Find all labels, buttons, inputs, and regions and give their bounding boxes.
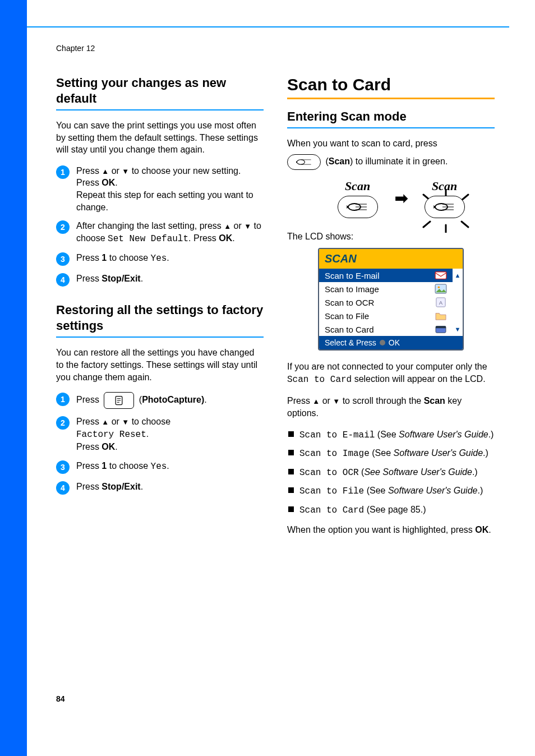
list-item: Scan to E-mail (See Software User's Guid… [287,428,495,442]
t: selection will appear on the LCD. [352,374,485,384]
step-badge-4: 4 [56,273,70,287]
t: ) to illuminate it in green. [350,156,448,166]
t: Press [76,442,102,451]
t: Software User's Guide [388,486,478,495]
step-text: After changing the last setting, press o… [76,220,264,245]
restore-step-2: 2 Press or to choose Factory Reset. Pres… [56,416,264,453]
side-accent-bar [0,0,27,756]
down-triangle-icon [244,221,251,231]
svg-line-8 [462,195,468,200]
down-triangle-icon [333,396,340,405]
lcd-item: Scan to Card [319,322,453,336]
list-item: Scan to OCR (See Software User's Guide.) [287,466,495,480]
t: Press [76,482,102,491]
svg-line-10 [462,222,468,227]
restore-step-4: 4 Press Stop/Exit. [56,481,264,495]
scan-before: Scan [338,179,378,218]
heading-rule-orange [287,98,495,99]
lcd-item: Scan to File [319,309,453,322]
t: . [115,442,117,451]
step-text: Press or to choose Factory Reset. Press … [76,416,264,453]
heading-scan-to-card: Scan to Card [287,75,495,94]
step-text: Press Stop/Exit. [76,481,264,493]
t: or [320,396,333,405]
t: Press [76,178,102,187]
list-item: Scan to Card (See page 85.) [287,504,495,517]
step-badge-3: 3 [56,252,70,266]
step-badge-3: 3 [56,460,70,474]
up-triangle-icon [224,221,231,231]
lcd-title: SCAN [319,249,463,269]
t: ( [359,467,365,477]
scan-icon [347,201,369,213]
top-rule [27,26,509,27]
t: OK [102,178,115,187]
code-text: Set New Default [108,234,188,244]
step-text: Press or to choose your new setting. Pre… [76,165,264,213]
ok-dot-icon [380,340,385,345]
t: .) [483,448,488,458]
heading-rule [56,109,264,110]
step-3: 3 Press 1 to choose Yes. [56,252,264,266]
step-2: 2 After changing the last setting, press… [56,220,264,245]
lcd-screen: SCAN Scan to E-mail Scan to Image [318,248,464,351]
left-column: Setting your changes as new default You … [56,75,264,545]
t: to scroll through the [340,396,423,405]
t: . [232,233,234,243]
step-text: Press 1 to choose Yes. [76,460,264,473]
t: Repeat this step for each setting you wa… [76,190,253,212]
list-item: Scan to Image (See Software User's Guide… [287,447,495,460]
svg-point-14 [438,287,440,289]
svg-rect-18 [436,326,446,329]
t: ( [323,156,329,166]
code-text: Scan to OCR [299,468,359,478]
svg-rect-12 [435,272,446,279]
code-text: Scan to File [299,486,364,496]
heading-rule [56,336,264,338]
paragraph: When you want to scan to card, press [287,137,495,150]
t: . [141,482,143,491]
t: (See [370,448,394,458]
t: Scan [329,156,350,166]
t: When the option you want is highlighted,… [287,525,475,534]
up-triangle-icon [312,396,320,405]
t: Press [287,396,312,405]
step-badge-1: 1 [56,165,70,179]
lcd-item: Scan to OCR A [319,296,453,309]
t: (See [375,430,399,439]
t: to choose [107,253,150,262]
up-triangle-icon [102,417,109,426]
scan-label-text: Scan [338,179,378,193]
restore-step-3: 3 Press 1 to choose Yes. [56,460,264,474]
t: .) [477,486,483,495]
t: 1 [102,461,107,471]
t: Press [76,253,102,262]
scan-after: Scan [425,179,465,218]
page: Chapter 12 Setting your changes as new d… [0,0,535,756]
list-item: Scan to File (See Software User's Guide.… [287,485,495,498]
paragraph: (Scan) to illuminate it in green. [287,154,495,170]
t: After changing the last setting, press [76,221,224,231]
step-badge-2: 2 [56,220,70,234]
t: 1 [102,253,107,262]
t: ( [136,395,142,404]
t: . [167,253,169,262]
t: . Press [188,233,219,243]
t: to choose your new setting. [129,166,241,176]
t: . [141,274,143,283]
t: . [167,461,169,471]
folder-icon [435,311,447,321]
step-badge-1: 1 [56,393,70,406]
t: (See page 85.) [364,505,426,514]
scan-oval-button [338,196,378,218]
code-text: Scan to Card [287,375,352,385]
scan-icon [433,201,456,213]
t: Scan [424,396,445,405]
heading-entering-scan-mode: Entering Scan mode [287,109,495,124]
svg-line-9 [423,222,430,227]
code-text: Factory Reset [76,430,146,440]
t: OK [219,233,232,243]
step-text: Press 1 to choose Yes. [76,252,264,265]
t: Press [76,417,102,426]
t: . [115,178,117,187]
